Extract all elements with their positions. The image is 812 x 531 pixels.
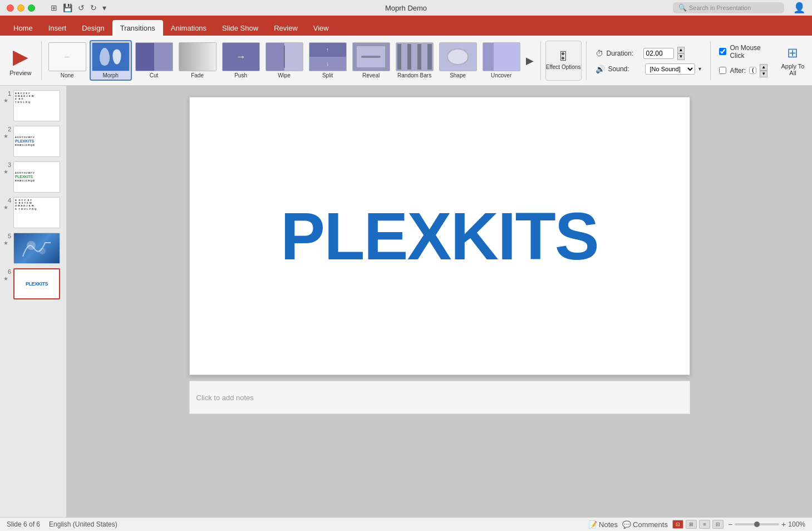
mouse-click-row: On Mouse Click <box>719 44 771 60</box>
tab-view[interactable]: View <box>306 20 337 36</box>
tab-animations[interactable]: Animations <box>163 20 214 36</box>
preview-button[interactable]: ▶ Preview <box>4 41 37 81</box>
on-mouse-click-checkbox[interactable] <box>719 48 726 55</box>
view-normal[interactable]: ⊡ <box>672 520 683 529</box>
tab-slideshow[interactable]: Slide Show <box>214 20 266 36</box>
view-grid[interactable]: ⊞ <box>686 520 697 529</box>
save-icon[interactable]: 💾 <box>63 3 72 12</box>
slide-item-2[interactable]: 2 ★ A G H Y O Z W F V PLEXKITS B N M U J… <box>3 126 63 157</box>
tab-insert[interactable]: Insert <box>41 20 75 36</box>
maximize-button[interactable] <box>28 4 35 12</box>
transitions-more-button[interactable]: ▶ <box>524 53 536 68</box>
notes-icon: 📝 <box>588 520 597 529</box>
slide-6-thumb: PLEXKITS <box>13 268 60 299</box>
transition-uncover-thumb <box>483 42 520 71</box>
slide-5-star: ★ <box>3 240 11 246</box>
notes-button[interactable]: 📝 Notes <box>588 520 618 529</box>
transition-shape-label: Shape <box>450 72 466 78</box>
transition-cut-label: Cut <box>150 72 159 78</box>
slide-3-star: ★ <box>3 169 11 175</box>
view-slideshow[interactable]: ⊟ <box>712 520 724 529</box>
tab-home[interactable]: Home <box>6 20 41 36</box>
transition-wipe[interactable]: Wipe <box>263 41 306 80</box>
effect-options-button[interactable]: 🎛 Effect Options <box>545 41 582 81</box>
tab-transitions[interactable]: Transitions <box>112 20 163 36</box>
slide-info: Slide 6 of 6 <box>7 520 40 528</box>
after-label: After: <box>730 67 746 75</box>
duration-spinner[interactable]: ▲ ▼ <box>677 47 685 60</box>
slide-6-info: 6 ★ <box>3 268 11 282</box>
zoom-thumb <box>754 522 760 527</box>
sound-select[interactable]: [No Sound] <box>645 63 695 75</box>
slide-6-star: ★ <box>3 276 11 282</box>
effect-options-label: Effect Options <box>546 64 581 71</box>
slide-item-6[interactable]: 6 ★ PLEXKITS <box>3 268 63 299</box>
checkbox-section: On Mouse Click After: ▲ ▼ <box>715 38 776 83</box>
slide-3-number: 3 <box>3 161 11 168</box>
after-up[interactable]: ▲ <box>760 64 767 71</box>
slide-item-4[interactable]: 4 ★ A H C Z E FG B X Y E WG M A D J K WS… <box>3 197 63 228</box>
slide-item-5[interactable]: 5 ★ <box>3 233 63 264</box>
transition-shape[interactable]: Shape <box>437 41 479 80</box>
search-bar[interactable]: 🔍 Search in Presentation <box>673 2 784 13</box>
zoom-out-button[interactable]: − <box>728 520 732 529</box>
svg-point-0 <box>27 241 36 250</box>
content-area: PLEXKITS Click to add notes <box>67 86 812 517</box>
sound-icon: 🔊 <box>596 65 605 73</box>
duration-up[interactable]: ▲ <box>677 47 685 53</box>
transition-random-bars[interactable]: Random Bars <box>393 41 436 80</box>
more-icon[interactable]: ▾ <box>102 3 106 12</box>
transition-reveal[interactable]: Reveal <box>350 41 392 80</box>
transition-morph-label: Morph <box>102 72 118 78</box>
sidebar-icon[interactable]: ⊞ <box>51 3 57 12</box>
clock-icon: ⏱ <box>596 49 603 58</box>
comments-button[interactable]: 💬 Comments <box>622 520 668 529</box>
comments-icon: 💬 <box>622 520 631 529</box>
slide-3-thumb: A G H Y O Z W F V PLEXKITS B N M U J C R… <box>13 161 60 193</box>
traffic-lights <box>7 4 35 12</box>
notes-area[interactable]: Click to add notes <box>189 381 690 414</box>
tab-design[interactable]: Design <box>74 20 112 36</box>
comments-label: Comments <box>633 520 668 529</box>
close-button[interactable] <box>7 4 14 12</box>
on-mouse-click-label: On Mouse Click <box>730 44 771 60</box>
language-info: English (United States) <box>49 520 117 528</box>
sound-row: 🔊 Sound: [No Sound] ▾ <box>596 63 701 75</box>
transition-uncover[interactable]: Uncover <box>480 41 523 80</box>
apply-to-all-button[interactable]: ⊞ Apply To All <box>778 41 808 81</box>
zoom-in-button[interactable]: + <box>781 520 786 529</box>
slide-5-thumb <box>13 233 60 264</box>
duration-down[interactable]: ▼ <box>677 53 685 60</box>
after-checkbox[interactable] <box>719 67 726 74</box>
slide-4-number: 4 <box>3 197 11 204</box>
after-input[interactable] <box>749 67 756 74</box>
window-title: Moprh Demo <box>385 4 427 12</box>
minimize-button[interactable] <box>17 4 24 12</box>
transition-fade[interactable]: Fade <box>176 41 219 80</box>
slide-item-3[interactable]: 3 ★ A G H Y O Z W F V PLEXKITS B N M U J… <box>3 161 63 193</box>
duration-input[interactable] <box>643 48 674 59</box>
canvas-text: PLEXKITS <box>280 198 598 274</box>
view-buttons: ⊡ ⊞ ≡ ⊟ <box>672 520 724 529</box>
status-right: 📝 Notes 💬 Comments ⊡ ⊞ ≡ ⊟ − + 100% <box>588 520 805 529</box>
zoom-slider[interactable] <box>735 523 779 525</box>
transition-cut[interactable]: Cut <box>133 41 175 80</box>
undo-icon[interactable]: ↺ <box>78 3 85 12</box>
transition-push-label: Push <box>234 72 247 78</box>
transition-push[interactable]: → Push <box>220 41 262 80</box>
search-placeholder: Search in Presentation <box>689 4 751 11</box>
transition-split[interactable]: ↑ ↓ Split <box>307 41 349 80</box>
divider-3 <box>586 41 587 80</box>
transition-none[interactable]: — None <box>46 41 88 80</box>
slide-1-number: 1 <box>3 90 11 97</box>
redo-icon[interactable]: ↻ <box>90 3 97 12</box>
user-icon[interactable]: 👤 <box>793 2 805 14</box>
slide-item-1[interactable]: 1 ★ A B C Z E FG M A D J K WS N OT N U L… <box>3 90 63 121</box>
view-reading[interactable]: ≡ <box>699 520 710 529</box>
after-down[interactable]: ▼ <box>760 71 767 77</box>
tab-review[interactable]: Review <box>266 20 306 36</box>
divider-4 <box>710 41 711 80</box>
after-spinner[interactable]: ▲ ▼ <box>760 64 767 77</box>
transition-none-thumb: — <box>48 42 86 71</box>
transition-morph[interactable]: Morph <box>90 40 132 81</box>
